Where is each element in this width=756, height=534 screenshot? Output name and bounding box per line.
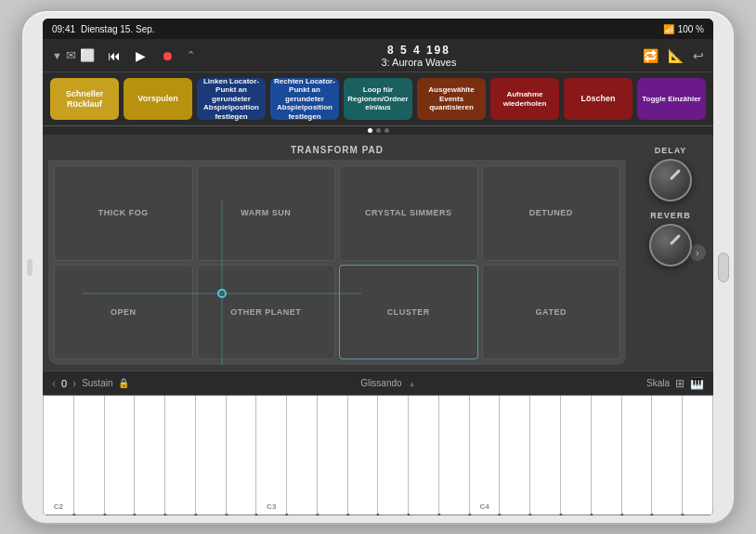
- white-key-1[interactable]: [74, 396, 105, 515]
- more-icon[interactable]: ↩: [693, 48, 704, 63]
- transport-title: 3: Aurora Waves: [381, 57, 456, 68]
- delay-knob[interactable]: [649, 159, 692, 202]
- btn-schneller-rucklauf[interactable]: Schneller Rücklauf: [50, 78, 119, 120]
- btn-vorspulen[interactable]: Vorspulen: [124, 78, 192, 120]
- pad-cell-detuned[interactable]: DETUNED: [482, 165, 621, 261]
- white-key-19[interactable]: [622, 396, 653, 515]
- lock-icon: 🔒: [118, 378, 129, 388]
- btn-rechten-locator[interactable]: Rechten Locator-Punkt an gerundeter Absp…: [270, 78, 339, 120]
- white-key-3[interactable]: [135, 396, 165, 515]
- white-key-15[interactable]: [500, 396, 530, 515]
- grid-icon[interactable]: ⊞: [675, 377, 684, 390]
- keyboard-icon[interactable]: 🎹: [690, 377, 704, 390]
- next-octave-button[interactable]: ›: [72, 377, 76, 390]
- white-key-0[interactable]: C2: [43, 396, 74, 515]
- transform-pad-panel[interactable]: TRANSFORM PAD THICK FOG WARM SUN CRYSTAL…: [48, 140, 626, 365]
- reverb-knob-section: REVERB: [649, 211, 692, 267]
- white-key-13[interactable]: [439, 396, 470, 515]
- btn-aufnahme[interactable]: Aufnahme wiederholen: [490, 78, 559, 120]
- screen: 09:41 Dienstag 15. Sep. 📶 100 % ▼ ✉ ⬜ ⏮ …: [43, 19, 713, 515]
- piano-keyboard[interactable]: C2C3C4: [43, 395, 713, 515]
- transform-pad-title: TRANSFORM PAD: [48, 140, 626, 160]
- btn-loop[interactable]: Loop für Regionen/Ordner ein/aus: [344, 78, 412, 120]
- dot-2: [376, 128, 381, 133]
- status-left: 09:41 Dienstag 15. Sep.: [52, 24, 155, 34]
- white-key-8[interactable]: [287, 396, 318, 515]
- white-key-7[interactable]: C3: [256, 396, 287, 515]
- ipad-frame: 09:41 Dienstag 15. Sep. 📶 100 % ▼ ✉ ⬜ ⏮ …: [20, 9, 736, 525]
- left-bump: [27, 259, 33, 276]
- bottom-bar: ‹ 0 › Sustain 🔒 Glissando ▲ Skala ⊞ 🎹: [43, 371, 713, 395]
- white-key-10[interactable]: [348, 396, 379, 515]
- main-content: TRANSFORM PAD THICK FOG WARM SUN CRYSTAL…: [43, 135, 713, 371]
- rewind-button[interactable]: ⏮: [104, 46, 124, 65]
- reverb-knob[interactable]: [649, 224, 692, 267]
- home-button[interactable]: [718, 253, 729, 282]
- dot-1: [368, 128, 372, 133]
- bottom-bar-right: Skala ⊞ 🎹: [646, 377, 704, 390]
- delay-label: DELAY: [655, 146, 687, 155]
- quick-actions: Schneller Rücklauf Vorspulen Linken Loca…: [43, 72, 713, 126]
- transform-pad-grid[interactable]: THICK FOG WARM SUN CRYSTAL SIMMERS DETUN…: [48, 160, 626, 365]
- pad-cell-other-planet[interactable]: OTHER PLANET: [197, 265, 336, 360]
- white-key-11[interactable]: [378, 396, 409, 515]
- status-time: 09:41: [52, 24, 75, 34]
- btn-toggle[interactable]: Toggle Einzähler: [637, 78, 706, 120]
- white-key-14[interactable]: C4: [470, 396, 501, 515]
- skala-label: Skala: [646, 378, 670, 388]
- play-button[interactable]: ▶: [132, 46, 150, 65]
- white-key-4[interactable]: [165, 396, 196, 515]
- btn-loschen[interactable]: Löschen: [564, 78, 632, 120]
- reverb-label: REVERB: [650, 211, 691, 220]
- pad-cell-thick-fog[interactable]: THICK FOG: [54, 165, 193, 261]
- status-bar: 09:41 Dienstag 15. Sep. 📶 100 %: [43, 19, 713, 39]
- right-panel: DELAY › REVERB: [633, 140, 708, 365]
- loop-icon[interactable]: 🔁: [643, 48, 658, 63]
- pad-cell-warm-sun[interactable]: WARM SUN: [197, 165, 336, 261]
- record-button[interactable]: ⏺: [157, 46, 177, 65]
- pad-cell-crystal-simmers[interactable]: CRYSTAL SIMMERS: [339, 165, 478, 261]
- wifi-icon: 📶: [663, 24, 674, 34]
- bottom-bar-center: Glissando ▲: [138, 378, 637, 388]
- pad-cell-cluster[interactable]: CLUSTER: [339, 265, 478, 360]
- btn-linken-locator[interactable]: Linken Locator-Punkt an gerundeter Abspi…: [197, 78, 266, 120]
- bottom-bar-left: ‹ 0 › Sustain 🔒: [52, 377, 129, 390]
- white-key-6[interactable]: [227, 396, 257, 515]
- delay-knob-section: DELAY: [649, 146, 692, 202]
- white-key-18[interactable]: [592, 396, 622, 515]
- status-right: 📶 100 %: [663, 24, 704, 34]
- white-key-12[interactable]: [409, 396, 439, 515]
- transport-center: 8 5 4 198 3: Aurora Waves: [204, 44, 633, 68]
- white-key-5[interactable]: [196, 396, 227, 515]
- white-keys: C2C3C4: [43, 396, 713, 515]
- white-key-20[interactable]: [652, 396, 683, 515]
- transport-counter: 8 5 4 198: [387, 44, 450, 57]
- pad-cell-gated[interactable]: GATED: [482, 265, 621, 360]
- transport-bar: ▼ ✉ ⬜ ⏮ ▶ ⏺ ⌃ 8 5 4 198 3: Aurora Waves …: [43, 39, 713, 72]
- white-key-2[interactable]: [105, 396, 136, 515]
- octave-number: 0: [61, 378, 67, 389]
- battery-status: 100 %: [678, 24, 704, 34]
- transport-right: 🔁 📐 ↩: [643, 48, 704, 63]
- dot-3: [385, 128, 389, 133]
- glissando-label: Glissando: [360, 378, 401, 388]
- prev-octave-button[interactable]: ‹: [52, 377, 56, 390]
- sustain-label: Sustain: [82, 378, 112, 388]
- btn-ausgewahlte[interactable]: Ausgewählte Events quantisieren: [417, 78, 486, 120]
- page-dots: [43, 126, 713, 135]
- status-date: Dienstag 15. Sep.: [81, 24, 155, 34]
- white-key-16[interactable]: [530, 396, 561, 515]
- white-key-21[interactable]: [683, 396, 713, 515]
- transform-pad-container: TRANSFORM PAD THICK FOG WARM SUN CRYSTAL…: [43, 135, 713, 371]
- white-key-17[interactable]: [561, 396, 592, 515]
- white-key-9[interactable]: [318, 396, 348, 515]
- metronome-icon[interactable]: 📐: [668, 48, 684, 63]
- transport-controls: ⏮ ▶ ⏺: [104, 46, 177, 65]
- pad-cell-open[interactable]: OPEN: [54, 265, 193, 360]
